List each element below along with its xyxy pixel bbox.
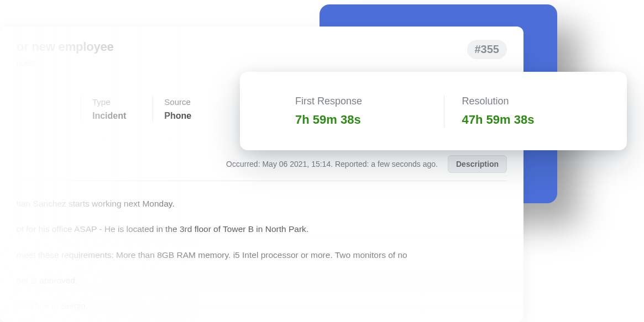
ticket-card: or new employee quest #355 Type Incident… — [0, 27, 523, 322]
timestamp-row: Occurred: May 06 2021, 15:14. Reported: … — [17, 155, 507, 181]
sla-popover: First Response 7h 59m 38s Resolution 47h… — [240, 72, 627, 150]
body-line: new hire to Sergio. — [17, 299, 507, 313]
ticket-subtitle: quest — [17, 59, 114, 67]
body-line: ot for his office ASAP - He is located i… — [17, 222, 507, 236]
body-line: meet these requirements: More than 8GB R… — [17, 248, 507, 262]
sla-resolution-label: Resolution — [462, 96, 589, 107]
sla-first-response-value: 7h 59m 38s — [295, 113, 422, 127]
timestamp-text: Occurred: May 06 2021, 15:14. Reported: … — [226, 160, 438, 168]
ticket-title: or new employee — [17, 40, 114, 54]
ticket-header: or new employee quest #355 — [17, 40, 507, 67]
sla-resolution-value: 47h 59m 38s — [462, 113, 589, 127]
meta-type-label: Type — [92, 97, 126, 107]
sla-resolution: Resolution 47h 59m 38s — [444, 96, 589, 127]
meta-source-value: Phone — [164, 111, 191, 121]
body-line: tian Sanchez starts working next Monday. — [17, 197, 507, 211]
sla-first-response: First Response 7h 59m 38s — [295, 96, 444, 127]
body-line: get is approved. — [17, 273, 507, 288]
meta-type-value: Incident — [92, 111, 126, 121]
description-button[interactable]: Description — [448, 155, 507, 173]
meta-type: Type Incident — [81, 96, 153, 122]
ticket-description-body: tian Sanchez starts working next Monday.… — [17, 197, 507, 314]
sla-first-response-label: First Response — [295, 96, 422, 107]
meta-source: Source Phone — [153, 96, 218, 122]
meta-source-label: Source — [164, 97, 191, 107]
ticket-id-badge: #355 — [467, 40, 507, 59]
